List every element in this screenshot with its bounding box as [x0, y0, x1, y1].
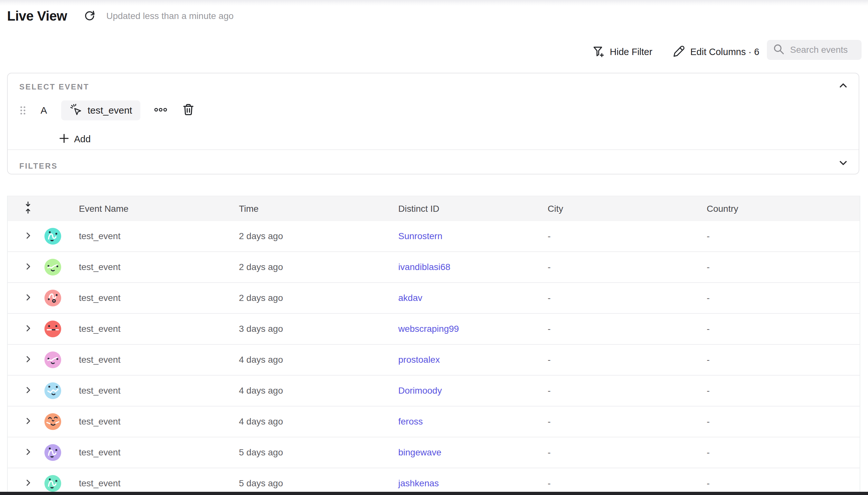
event-more-options-button[interactable]	[154, 107, 167, 113]
event-name-cell: test_event	[79, 447, 239, 458]
distinct-id-cell: prostoalex	[398, 355, 548, 365]
event-select-chip[interactable]: test_event	[61, 100, 140, 120]
country-cell: -	[707, 262, 860, 272]
chevron-right-icon	[25, 323, 32, 335]
event-name-cell: test_event	[79, 478, 239, 489]
row-expand-button[interactable]	[8, 478, 39, 489]
distinct-id-cell: webscraping99	[398, 324, 548, 334]
row-expand-button[interactable]	[8, 261, 39, 273]
search-events-box[interactable]	[767, 40, 862, 60]
row-expand-button[interactable]	[8, 447, 39, 458]
event-name-cell: test_event	[79, 386, 239, 396]
avatar-cell	[39, 475, 79, 492]
distinct-id-link[interactable]: ivandiblasi68	[398, 262, 450, 272]
user-avatar	[45, 475, 61, 492]
chevron-right-icon	[25, 416, 32, 427]
chevron-up-icon	[837, 81, 849, 91]
user-avatar	[45, 413, 61, 430]
time-cell: 2 days ago	[239, 231, 398, 241]
city-cell: -	[548, 416, 707, 427]
avatar-cell	[39, 352, 79, 368]
collapse-all-rows-button[interactable]	[8, 201, 39, 216]
city-cell: -	[548, 386, 707, 396]
column-header-country[interactable]: Country	[707, 204, 860, 214]
user-avatar	[45, 444, 61, 461]
avatar-cell	[39, 413, 79, 430]
chevron-right-icon	[25, 478, 32, 489]
delete-event-button[interactable]	[182, 103, 194, 118]
collapse-vertical-icon	[24, 201, 32, 216]
city-cell: -	[548, 447, 707, 458]
search-input[interactable]	[790, 45, 854, 55]
expand-filters-button[interactable]	[837, 158, 850, 169]
table-row: test_event4 days agoDorimoody--	[8, 376, 860, 407]
live-view-page: Live View Updated less than a minute ago…	[0, 0, 868, 495]
table-row: test_event3 days agowebscraping99--	[8, 314, 860, 345]
distinct-id-link[interactable]: jashkenas	[398, 478, 439, 488]
user-avatar	[45, 228, 61, 244]
time-cell: 5 days ago	[239, 447, 398, 458]
country-cell: -	[707, 386, 860, 396]
event-row-letter: A	[40, 105, 47, 116]
row-expand-button[interactable]	[8, 354, 39, 365]
event-name-cell: test_event	[79, 416, 239, 427]
row-expand-button[interactable]	[8, 231, 39, 242]
table-row: test_event2 days agoSunrostern--	[8, 221, 860, 252]
chevron-right-icon	[25, 261, 32, 273]
add-button-label: Add	[74, 134, 91, 144]
distinct-id-cell: ivandiblasi68	[398, 262, 548, 272]
chevron-right-icon	[25, 354, 32, 365]
distinct-id-link[interactable]: bingewave	[398, 447, 441, 457]
add-event-button[interactable]: Add	[58, 131, 91, 148]
avatar-cell	[39, 382, 79, 399]
table-row: test_event2 days agoakdav--	[8, 283, 860, 314]
distinct-id-cell: jashkenas	[398, 478, 548, 489]
user-avatar	[45, 321, 61, 337]
search-icon	[773, 43, 785, 57]
table-row: test_event5 days agojashkenas--	[8, 468, 860, 495]
row-expand-button[interactable]	[8, 385, 39, 396]
avatar-cell	[39, 259, 79, 275]
distinct-id-cell: akdav	[398, 293, 548, 303]
top-scroll-shadow	[0, 0, 868, 6]
event-name-cell: test_event	[79, 293, 239, 303]
drag-handle[interactable]	[19, 106, 27, 115]
time-cell: 3 days ago	[239, 324, 398, 334]
table-row: test_event2 days agoivandiblasi68--	[8, 252, 860, 283]
distinct-id-link[interactable]: feross	[398, 416, 423, 426]
time-cell: 5 days ago	[239, 478, 398, 489]
events-table: Event Name Time Distinct ID City Country…	[7, 196, 860, 495]
column-header-city[interactable]: City	[548, 204, 707, 214]
distinct-id-link[interactable]: Dorimoody	[398, 386, 442, 395]
distinct-id-link[interactable]: Sunrostern	[398, 231, 442, 241]
refresh-button[interactable]	[82, 9, 97, 23]
distinct-id-link[interactable]: webscraping99	[398, 324, 459, 334]
distinct-id-link[interactable]: akdav	[398, 293, 422, 303]
page-header: Live View Updated less than a minute ago	[7, 8, 234, 24]
time-cell: 4 days ago	[239, 416, 398, 427]
column-header-distinct-id[interactable]: Distinct ID	[398, 204, 548, 214]
city-cell: -	[548, 231, 707, 241]
table-row: test_event4 days agofeross--	[8, 407, 860, 438]
collapse-select-event-button[interactable]	[837, 81, 850, 92]
edit-columns-button[interactable]: Edit Columns · 6	[672, 42, 759, 61]
hide-filter-button[interactable]: Hide Filter	[592, 42, 652, 61]
avatar-cell	[39, 228, 79, 244]
row-expand-button[interactable]	[8, 292, 39, 304]
city-cell: -	[548, 324, 707, 334]
country-cell: -	[707, 447, 860, 458]
select-event-section-label: SELECT EVENT	[19, 82, 89, 91]
trash-icon	[182, 103, 194, 118]
country-cell: -	[707, 416, 860, 427]
column-header-time[interactable]: Time	[239, 204, 398, 214]
distinct-id-link[interactable]: prostoalex	[398, 355, 440, 365]
table-header-row: Event Name Time Distinct ID City Country	[8, 196, 860, 221]
avatar-cell	[39, 321, 79, 337]
country-cell: -	[707, 324, 860, 334]
country-cell: -	[707, 231, 860, 241]
row-expand-button[interactable]	[8, 323, 39, 335]
row-expand-button[interactable]	[8, 416, 39, 427]
user-avatar	[45, 259, 61, 275]
distinct-id-cell: Sunrostern	[398, 231, 548, 241]
column-header-event-name[interactable]: Event Name	[79, 204, 239, 214]
